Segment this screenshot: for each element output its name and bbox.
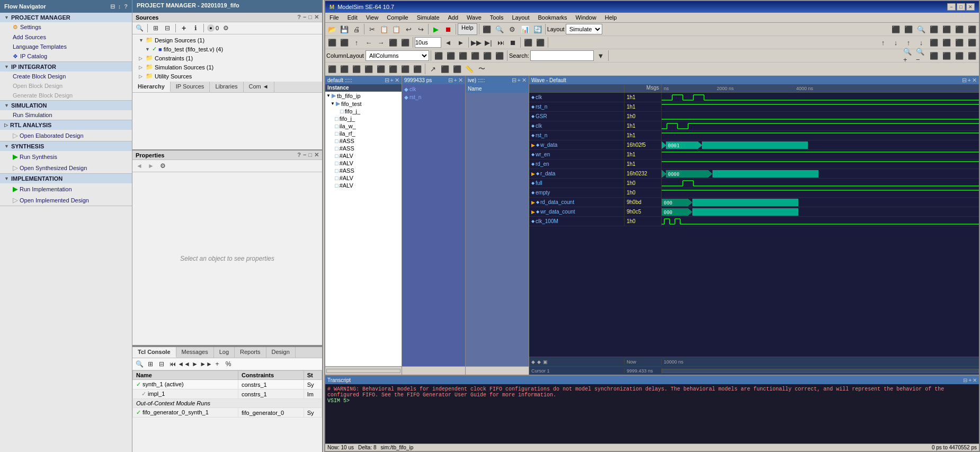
tab-libraries[interactable]: Libraries [210,82,243,92]
nav-create-block-design[interactable]: Create Block Design [0,72,132,81]
acts-scrollbar[interactable] [402,366,465,375]
zoom-r2[interactable]: ⬛ [966,50,978,61]
obj-pin-icon[interactable]: ⊟ [512,77,516,84]
wave-row-empty[interactable]: ◆empty 1h0 [529,188,979,198]
inst-ass2[interactable]: □ #ASS [325,145,402,152]
tb2-r4[interactable]: ↓ [915,37,927,48]
menu-layout[interactable]: Layout [508,13,534,22]
tb-icon3[interactable]: ⚙ [506,23,518,35]
tb-save-icon[interactable]: 💾 [338,23,350,35]
inst-alv1[interactable]: □ #ALV [325,152,402,159]
tb4-1[interactable]: ⬛ [326,63,338,75]
wave-row-full[interactable]: ◆full 1h0 [529,179,979,188]
tab-reports[interactable]: Reports [235,347,266,358]
menu-tools[interactable]: Tools [486,13,508,22]
tb2-r7[interactable]: ⬛ [954,37,965,48]
tb-right-3[interactable]: 🔍 [915,23,927,35]
bottom-next-btn[interactable]: ► [190,359,200,369]
tb4-2[interactable]: ⬛ [338,63,350,75]
pin-icon[interactable]: ⊟ [110,3,115,10]
tb2-3[interactable]: ↑ [351,37,362,48]
nav-run-synthesis[interactable]: ▶ Run Synthesis [0,151,132,162]
tb4-wave[interactable]: 〜 [476,63,487,75]
instance-scrollbar[interactable] [325,366,402,375]
sources-minimize-icon[interactable]: − [303,14,306,21]
objects-scrollbar[interactable] [466,366,529,375]
sources-help-icon[interactable]: ? [297,14,301,21]
tb2-time-dec[interactable]: ◄ [442,37,454,48]
zoom-out-icon[interactable]: 🔍− [915,50,927,61]
nav-run-simulation[interactable]: Run Simulation [0,110,132,120]
tab-tcl-console[interactable]: Tcl Console [132,347,176,358]
trans-close-icon[interactable]: ✕ [973,377,977,383]
tab-com[interactable]: Com ◄ [244,82,274,92]
inst-ass3[interactable]: □ #ASS [325,167,402,174]
nav-settings[interactable]: ⚙Settings [0,22,132,32]
nav-open-synthesized[interactable]: ▷ Open Synthesized Design [0,162,132,173]
tb2-r1[interactable]: ↑ [877,37,889,48]
wave-row-wren[interactable]: ◆wr_en 1h1 [529,150,979,159]
table-row[interactable]: ✓ synth_1 (active) constrs_1 Sy [133,380,322,389]
wave-row-gsr[interactable]: ◆GSR 1h0 [529,112,979,121]
wave-max-icon[interactable]: + [968,77,971,84]
props-forward-btn[interactable]: ► [146,161,156,171]
synthesis-header[interactable]: ▼ SYNTHESIS [0,141,132,151]
inst-pin-icon[interactable]: ⊟ [385,77,389,84]
bottom-percent-btn[interactable]: % [224,359,233,369]
tb4-8[interactable]: ⬛ [412,63,423,75]
tb2-1[interactable]: ⬛ [326,37,338,48]
tab-messages[interactable]: Messages [176,347,214,358]
inst-fifo-test[interactable]: ▼ ▶ fifo_test [325,100,402,108]
layout-select[interactable]: Simulate [566,24,602,34]
tb2-run-step[interactable]: ▶| [483,37,494,48]
inst-fifo-j1[interactable]: □ fifo_j_ [325,108,402,115]
nav-open-block-design[interactable]: Open Block Design [0,81,132,91]
tb-icon4[interactable]: 📊 [519,23,531,35]
design-sources-item[interactable]: ▼ 📁 Design Sources (1) [132,36,322,45]
wave-row-rstn2[interactable]: ◆rst_n 1h1 [529,131,979,140]
tb-copy-icon[interactable]: 📋 [378,23,390,35]
tab-ip-sources[interactable]: IP Sources [171,82,210,92]
help-btn[interactable]: Help [458,23,477,35]
tb2-run-all[interactable]: ▶▶ [470,37,482,48]
tb-icon1[interactable]: ⬛ [481,23,493,35]
wave-row-clk100m[interactable]: ◆clk_100M 1h0 [529,217,979,226]
tb3-1[interactable]: ⬛ [433,50,444,61]
acts-clk[interactable]: ◆ clk [404,86,463,92]
nav-run-impl[interactable]: ▶ Run Implementation [0,183,132,194]
zoom-full-icon[interactable]: ⬛ [928,50,940,61]
sources-add-btn[interactable]: + [179,23,189,33]
tb-redo-icon[interactable]: ↪ [415,23,426,35]
wave-row-rden[interactable]: ◆rd_en 1h1 [529,159,979,169]
tab-hierarchy[interactable]: Hierarchy [132,82,171,92]
obj-max-icon[interactable]: + [518,77,521,84]
tb-open-icon[interactable]: 📂 [326,23,338,35]
ip-integrator-header[interactable]: ▼ IP INTEGRATOR [0,62,132,72]
rdata-expand-icon[interactable]: ▶ [531,171,535,176]
wave-row-clk[interactable]: ◆clk 1h1 [529,93,979,102]
nav-add-sources[interactable]: Add Sources [0,32,132,42]
minimize-btn[interactable]: − [947,3,956,11]
inst-fifo-j2[interactable]: □ fifo_j_ [325,115,402,122]
wave-row-rstn[interactable]: ◆rst_n 1h1 [529,102,979,112]
props-maximize-icon[interactable]: □ [308,152,312,158]
wave-row-wrcount[interactable]: ▶ ◆wr_data_count 9h0c5 000 [529,207,979,217]
bottom-search-btn[interactable]: 🔍 [135,359,144,369]
wave-row-rdcount[interactable]: ▶ ◆rd_data_count 9h0bd 000 [529,198,979,207]
nav-ip-catalog[interactable]: ❖IP Catalog [0,51,132,61]
pm-section-header[interactable]: ▼ PROJECT MANAGER [0,13,132,22]
wave-docked-icon[interactable]: ⊟ [962,77,967,84]
tb4-cursor[interactable]: ⬛ [439,63,451,75]
bottom-add-btn[interactable]: + [212,359,222,369]
menu-view[interactable]: View [362,13,383,22]
menu-bookmarks[interactable]: Bookmarks [534,13,572,22]
inst-alv3[interactable]: □ #ALV [325,174,402,182]
tb2-r3[interactable]: ↑ [903,37,914,48]
table-row[interactable]: Out-of-Context Module Runs [133,399,322,408]
tb-run-icon[interactable]: ▶ [430,23,442,35]
wave-close-icon[interactable]: ✕ [972,77,977,84]
tb3-2[interactable]: ⬛ [445,50,457,61]
inst-tb-fifo[interactable]: ▼ ▶ tb_fifo_ip [325,92,402,100]
acts-max-icon[interactable]: + [454,77,457,84]
cursor-icon3[interactable]: ▣ [543,359,548,365]
